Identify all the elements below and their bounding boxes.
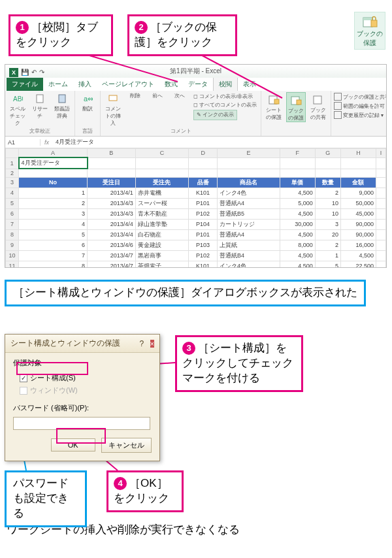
password-input[interactable] [13,417,150,430]
cell[interactable]: 2013/4/1 [88,188,136,198]
cell[interactable]: 4 [6,188,19,198]
cell[interactable]: 4,500 [280,188,315,198]
cell[interactable]: 赤井電機 [135,188,188,198]
cell[interactable]: 4,500 [340,250,376,261]
cell[interactable]: 6 [6,208,19,219]
cell[interactable]: 2013/4/7 [88,261,136,268]
cell[interactable] [376,157,386,169]
qat-undo-icon[interactable]: ↶ [31,66,37,79]
cell[interactable] [376,229,386,240]
cell[interactable]: 普通紙B4 [218,250,280,261]
cell[interactable]: No [19,177,88,188]
btn-allow-edit-range[interactable]: 範囲の編集を許可 [334,101,387,110]
cell[interactable]: P102 [189,250,218,261]
cell[interactable]: 16,000 [340,240,376,250]
cell[interactable] [376,198,386,208]
btn-show-all-comments[interactable]: ◻ すべてのコメントの表示 [192,101,258,109]
name-box[interactable]: A1 [5,139,41,146]
cell[interactable]: 普通紙A4 [218,198,280,208]
cell[interactable]: 5 [19,229,88,240]
cell[interactable]: 2013/4/3 [88,198,136,208]
tab-review[interactable]: 校閲 [213,77,238,91]
cell[interactable]: 受注日 [88,177,136,188]
cell[interactable] [376,250,386,261]
cell[interactable]: 10 [315,198,340,208]
btn-translate[interactable]: a⇔翻訳 [78,92,97,112]
cell[interactable] [376,177,386,188]
btn-share-workbook[interactable]: ブックの共有 [308,92,328,122]
cell[interactable] [135,157,188,169]
cell[interactable]: P101 [189,229,218,240]
cell[interactable] [315,157,340,169]
cell[interactable]: 普通紙A4 [218,229,280,240]
worksheet[interactable]: ABCDEFGHI14月受注データ23No受注日受注先品番商品名単価数量金額41… [5,148,386,268]
cell[interactable]: 2 [315,240,340,250]
btn-research[interactable]: リサーチ [30,92,50,127]
cell[interactable]: 2013/4/7 [88,250,136,261]
cell[interactable]: K101 [189,261,218,268]
cell[interactable]: 1 [315,250,340,261]
cell[interactable]: 単価 [280,177,315,188]
cell[interactable]: 8,000 [280,240,315,250]
col-header[interactable]: F [280,149,315,158]
cell[interactable]: 上質紙 [218,240,280,250]
cell[interactable]: 黄金建設 [135,240,188,250]
btn-ink[interactable]: ✎ インクの表示 [193,110,237,120]
cell[interactable]: 黒岩商事 [135,250,188,261]
cell[interactable] [376,169,386,177]
dialog-help-button[interactable]: ? [136,339,148,348]
cell[interactable]: 90,000 [340,229,376,240]
btn-track-changes[interactable]: 変更履歴の記録 ▾ [334,110,387,120]
cell[interactable] [280,157,315,169]
formula-value[interactable]: 4月受注データ [53,138,97,146]
cell[interactable]: 1 [6,157,19,169]
cell[interactable]: 3 [19,208,88,219]
cell[interactable]: 青木不動産 [135,208,188,219]
cell[interactable]: 5 [6,198,19,208]
cell[interactable] [340,169,376,177]
cell[interactable] [280,169,315,177]
cell[interactable]: 30,000 [280,219,315,229]
cell[interactable]: 商品名 [218,177,280,188]
cell[interactable] [88,157,136,169]
cell[interactable] [189,157,218,169]
qat-redo-icon[interactable]: ↷ [39,66,44,79]
col-header[interactable]: A [19,149,88,158]
cell[interactable] [88,169,136,177]
cancel-button[interactable]: キャンセル [101,438,152,453]
cell[interactable]: 茶畑電子 [135,261,188,268]
cell[interactable]: 4,500 [280,261,315,268]
cell[interactable]: カートリッジ [218,219,280,229]
cell[interactable]: 4 [19,219,88,229]
cell[interactable]: 7 [19,250,88,261]
cell[interactable] [218,157,280,169]
ok-button[interactable]: OK [51,438,95,451]
cell[interactable] [315,169,340,177]
cell[interactable]: 9 [6,240,19,250]
tab-view[interactable]: 表示 [238,78,261,91]
cell[interactable]: 4,500 [280,229,315,240]
cell[interactable]: 品番 [189,177,218,188]
tab-file[interactable]: ファイル [7,78,43,91]
btn-prev-comment[interactable]: 前へ [148,92,167,127]
cell[interactable]: 6 [19,240,88,250]
col-header[interactable]: B [88,149,136,158]
cell[interactable]: 受注先 [135,177,188,188]
cell[interactable]: P103 [189,240,218,250]
cell[interactable]: P102 [189,208,218,219]
tab-insert[interactable]: 挿入 [73,78,97,91]
col-header[interactable]: C [135,149,188,158]
cell[interactable]: 11 [6,261,19,268]
cell[interactable]: 2 [19,198,88,208]
cell[interactable]: 45,000 [340,208,376,219]
cell[interactable]: 2013/4/4 [88,219,136,229]
btn-thesaurus[interactable]: 類義語辞典 [52,92,72,127]
cell[interactable]: 20 [315,229,340,240]
cell[interactable]: 50,000 [340,198,376,208]
cell[interactable]: スーパー桜 [135,198,188,208]
tab-layout[interactable]: ページレイアウト [97,78,159,91]
btn-new-comment[interactable]: コメントの挿入 [103,92,123,127]
checkbox-structure[interactable]: ✓ [20,374,27,382]
cell[interactable]: 9,000 [340,188,376,198]
cell[interactable]: 90,000 [340,219,376,229]
